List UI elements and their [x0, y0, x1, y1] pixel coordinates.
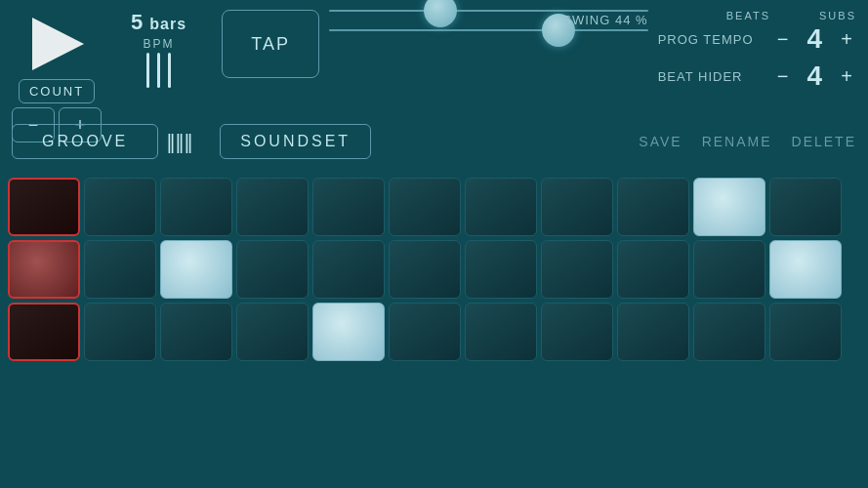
pad-0-1[interactable] [84, 178, 156, 236]
tempo-slider-track[interactable] [329, 10, 648, 12]
pad-1-7[interactable] [541, 240, 613, 299]
pad-1-1[interactable] [84, 240, 156, 299]
bpm-indicator [146, 53, 171, 88]
pad-2-7[interactable] [541, 303, 613, 361]
pad-0-5[interactable] [389, 178, 461, 236]
pad-2-6[interactable] [465, 303, 537, 361]
beat-hider-label: BEAT HIDER [658, 69, 765, 84]
pad-2-5[interactable] [389, 303, 461, 361]
pad-2-1[interactable] [84, 303, 156, 361]
pad-row-2 [8, 303, 860, 361]
tempo-slider-row [329, 10, 648, 12]
save-button[interactable]: SAVE [639, 134, 682, 149]
pad-2-9[interactable] [693, 303, 765, 361]
pad-1-4[interactable] [312, 240, 385, 299]
beat-hider-plus[interactable]: + [837, 65, 856, 88]
pad-1-3[interactable] [236, 240, 309, 299]
pad-0-7[interactable] [541, 178, 613, 236]
pad-row-0 [8, 178, 860, 236]
pad-2-8[interactable] [617, 303, 689, 361]
swing-slider-track[interactable] [329, 29, 648, 31]
pad-1-0[interactable] [8, 240, 80, 299]
right-controls: BEATS SUBS PROG TEMPO − 4 + BEAT HIDER −… [658, 10, 856, 92]
pad-1-5[interactable] [389, 240, 461, 299]
subs-label: SUBS [819, 10, 856, 21]
beats-subs-header: BEATS SUBS [658, 10, 856, 21]
pad-0-0[interactable] [8, 178, 80, 236]
beats-label: BEATS [726, 10, 770, 21]
pad-1-10[interactable] [769, 240, 842, 299]
beat-hider-row: BEAT HIDER − 4 + [658, 61, 856, 92]
rename-button[interactable]: RENAME [702, 134, 772, 149]
pad-2-3[interactable] [236, 303, 309, 361]
pad-grid [0, 170, 868, 369]
swing-value-label: SWING 44 % [562, 13, 647, 27]
beat-hider-minus[interactable]: − [773, 65, 793, 88]
top-section: COUNT − + 5 bars BPM TAP [0, 0, 868, 127]
groove-button[interactable]: GROOVE [12, 124, 158, 159]
soundset-button[interactable]: SOUNDSET [220, 124, 371, 159]
pad-0-10[interactable] [769, 178, 842, 236]
groove-row: GROOVE ‖‖‖ SOUNDSET SAVE RENAME DELETE [0, 117, 868, 166]
prog-tempo-plus[interactable]: + [837, 28, 856, 51]
bars-display: 5 bars [131, 10, 186, 35]
pad-0-2[interactable] [160, 178, 232, 236]
beat-hider-value: 4 [800, 61, 829, 92]
pad-0-8[interactable] [617, 178, 689, 236]
pad-0-9[interactable] [693, 178, 765, 236]
tempo-slider-thumb[interactable] [424, 0, 457, 27]
pad-2-0[interactable] [8, 303, 80, 361]
count-button[interactable]: COUNT [19, 79, 95, 103]
pad-2-4[interactable] [312, 303, 385, 361]
action-buttons: SAVE RENAME DELETE [639, 134, 856, 149]
pad-1-2[interactable] [160, 240, 232, 299]
pad-0-6[interactable] [465, 178, 537, 236]
pad-row-1 [8, 240, 860, 299]
pad-2-10[interactable] [769, 303, 842, 361]
prog-tempo-row: PROG TEMPO − 4 + [658, 23, 856, 55]
delete-button[interactable]: DELETE [792, 134, 856, 149]
prog-tempo-minus[interactable]: − [773, 28, 793, 51]
pad-0-3[interactable] [236, 178, 309, 236]
prog-tempo-value: 4 [800, 23, 829, 55]
tap-button[interactable]: TAP [222, 10, 319, 78]
pad-1-9[interactable] [693, 240, 765, 299]
pad-1-6[interactable] [465, 240, 537, 299]
groove-pattern-icon: ‖‖‖ [166, 130, 192, 153]
bpm-label: BPM [144, 37, 175, 51]
swing-area: SWING 44 % [319, 10, 658, 31]
swing-slider-row [329, 29, 648, 31]
pad-0-4[interactable] [312, 178, 385, 236]
svg-marker-0 [32, 18, 84, 70]
prog-tempo-label: PROG TEMPO [658, 32, 765, 47]
pad-1-8[interactable] [617, 240, 689, 299]
pad-2-2[interactable] [160, 303, 232, 361]
play-button[interactable] [27, 15, 86, 73]
